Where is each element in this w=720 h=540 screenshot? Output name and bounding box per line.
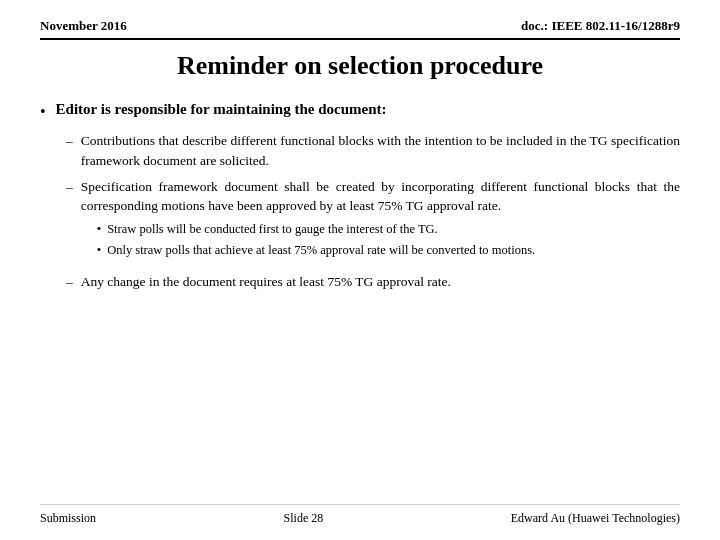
page: November 2016 doc.: IEEE 802.11-16/1288r… [0, 0, 720, 540]
sub-bullet-1: • Straw polls will be conducted first to… [97, 220, 680, 238]
header-date: November 2016 [40, 18, 127, 34]
dash-text-3: Any change in the document requires at l… [81, 272, 451, 292]
dash-item-3: – Any change in the document requires at… [66, 272, 680, 292]
sub-bullet-2: • Only straw polls that achieve at least… [97, 241, 680, 259]
sub-bullet-icon-2: • [97, 241, 101, 259]
dash-icon-2: – [66, 177, 73, 197]
sub-bullet-text-2: Only straw polls that achieve at least 7… [107, 241, 535, 259]
footer-slide: Slide 28 [284, 511, 324, 526]
page-title: Reminder on selection procedure [40, 50, 680, 81]
main-bullet-text: Editor is responsible for maintaining th… [56, 99, 387, 121]
main-content: • Editor is responsible for maintaining … [40, 99, 680, 500]
sub-bullet-icon-1: • [97, 220, 101, 238]
footer-author: Edward Au (Huawei Technologies) [511, 511, 680, 526]
sub-bullet-text-1: Straw polls will be conducted first to g… [107, 220, 438, 238]
dash-item-2: – Specification framework document shall… [66, 177, 680, 266]
dash-text-1: Contributions that describe different fu… [81, 131, 680, 170]
main-bullet-item: • Editor is responsible for maintaining … [40, 99, 680, 123]
header-docid: doc.: IEEE 802.11-16/1288r9 [521, 18, 680, 34]
footer-submission: Submission [40, 511, 96, 526]
dash-item-1: – Contributions that describe different … [66, 131, 680, 170]
sub-bullets: • Straw polls will be conducted first to… [97, 220, 680, 262]
dash-list: – Contributions that describe different … [66, 131, 680, 291]
dash-icon-3: – [66, 272, 73, 292]
dash-icon-1: – [66, 131, 73, 151]
header: November 2016 doc.: IEEE 802.11-16/1288r… [40, 18, 680, 40]
footer: Submission Slide 28 Edward Au (Huawei Te… [40, 504, 680, 526]
dash-text-2: Specification framework document shall b… [81, 177, 680, 216]
bullet-icon: • [40, 100, 46, 123]
